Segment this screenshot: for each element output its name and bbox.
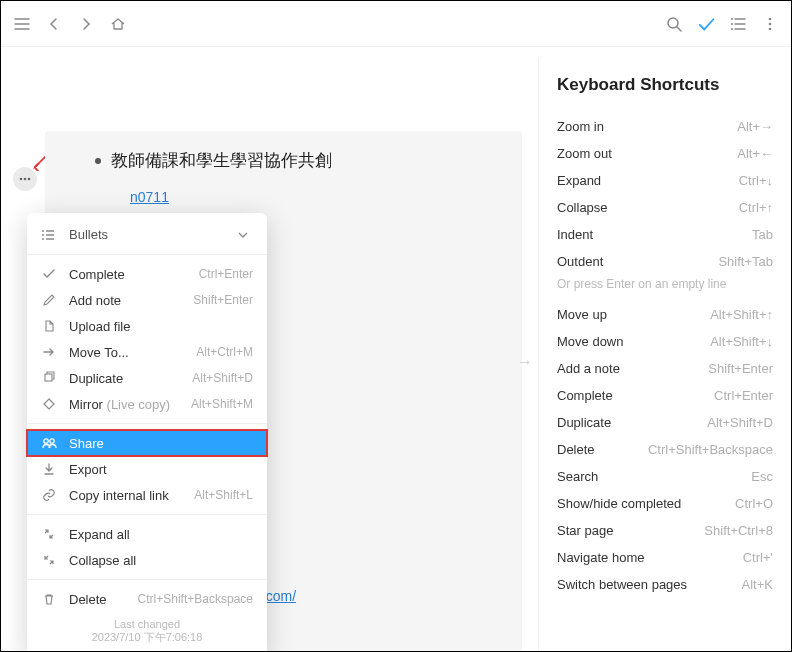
shortcut-name: Expand xyxy=(557,173,601,188)
trash-icon xyxy=(41,591,57,607)
menu-label: Complete xyxy=(69,267,187,282)
menu-label: Add note xyxy=(69,293,181,308)
shortcut-name: Zoom in xyxy=(557,119,604,134)
list-item-text: n0711 xyxy=(130,184,169,211)
panel-collapse-icon[interactable]: → xyxy=(517,353,533,371)
menu-shortcut: Alt+Shift+M xyxy=(191,397,253,411)
svg-point-1 xyxy=(731,18,733,20)
menu-mirror[interactable]: Mirror (Live copy)Alt+Shift+M xyxy=(27,391,267,417)
context-menu: Bullets CompleteCtrl+EnterAdd noteShift+… xyxy=(27,213,267,651)
svg-point-13 xyxy=(42,238,44,240)
shortcut-row: Add a noteShift+Enter xyxy=(557,355,773,382)
shortcut-row: Star pageShift+Ctrl+8 xyxy=(557,517,773,544)
svg-point-3 xyxy=(731,28,733,30)
shortcut-key: Tab xyxy=(752,227,773,242)
menu-icon[interactable] xyxy=(13,15,31,33)
svg-point-4 xyxy=(769,17,772,20)
menu-collapse-all[interactable]: Collapse all xyxy=(27,547,267,573)
menu-collapseall-label: Collapse all xyxy=(69,553,253,568)
file-icon xyxy=(41,318,57,334)
bullets-icon xyxy=(41,228,57,242)
menu-delete[interactable]: Delete Ctrl+Shift+Backspace xyxy=(27,586,267,612)
collapse-icon xyxy=(41,552,57,568)
menu-copylink-shortcut: Alt+Shift+L xyxy=(194,488,253,502)
shortcut-name: Zoom out xyxy=(557,146,612,161)
kebab-icon[interactable] xyxy=(761,15,779,33)
menu-shortcut: Alt+Ctrl+M xyxy=(196,345,253,359)
svg-point-5 xyxy=(769,22,772,25)
shortcut-name: Navigate home xyxy=(557,550,644,565)
menu-moveto[interactable]: Move To...Alt+Ctrl+M xyxy=(27,339,267,365)
menu-addnote[interactable]: Add noteShift+Enter xyxy=(27,287,267,313)
shortcut-key: Alt+← xyxy=(737,146,773,161)
svg-point-15 xyxy=(44,439,48,443)
shortcut-name: Add a note xyxy=(557,361,620,376)
menu-share[interactable]: Share xyxy=(27,430,267,456)
menu-expand-all[interactable]: Expand all xyxy=(27,521,267,547)
shortcut-key: Shift+Enter xyxy=(708,361,773,376)
svg-marker-10 xyxy=(33,164,38,169)
shortcut-key: Ctrl+Shift+Backspace xyxy=(648,442,773,457)
shortcut-row: Navigate homeCtrl+' xyxy=(557,544,773,571)
shortcut-row: IndentTab xyxy=(557,221,773,248)
svg-point-9 xyxy=(28,178,31,181)
menu-duplicate[interactable]: DuplicateAlt+Shift+D xyxy=(27,365,267,391)
main-content: 教師備課和學生學習協作共創 n0711網路協作+可共享作筆記.com/算表/簡報… xyxy=(1,47,538,651)
shortcut-key: Alt+→ xyxy=(737,119,773,134)
shortcut-name: Star page xyxy=(557,523,613,538)
shortcut-key: Ctrl+↓ xyxy=(739,173,773,188)
menu-upload[interactable]: Upload file xyxy=(27,313,267,339)
home-icon[interactable] xyxy=(109,15,127,33)
svg-point-8 xyxy=(24,178,27,181)
menu-copylink-label: Copy internal link xyxy=(69,488,182,503)
shortcut-row: OutdentShift+Tab xyxy=(557,248,773,275)
shortcut-key: Shift+Tab xyxy=(718,254,773,269)
shortcut-key: Shift+Ctrl+8 xyxy=(704,523,773,538)
svg-point-12 xyxy=(42,234,44,236)
shortcut-name: Delete xyxy=(557,442,595,457)
meta-time: 2023/7/10 下午7:06:18 xyxy=(27,630,267,645)
menu-label: Mirror (Live copy) xyxy=(69,397,179,412)
menu-export-label: Export xyxy=(69,462,253,477)
shortcut-row: Switch between pagesAlt+K xyxy=(557,571,773,598)
back-icon[interactable] xyxy=(45,15,63,33)
search-icon[interactable] xyxy=(665,15,683,33)
check-icon[interactable] xyxy=(697,15,715,33)
shortcut-row: SearchEsc xyxy=(557,463,773,490)
svg-rect-14 xyxy=(45,374,52,381)
list-item[interactable]: n0711 xyxy=(115,184,498,211)
check-icon xyxy=(41,266,57,282)
shortcut-row: DuplicateAlt+Shift+D xyxy=(557,409,773,436)
list-icon[interactable] xyxy=(729,15,747,33)
bullet-icon xyxy=(95,158,101,164)
separator xyxy=(27,579,267,580)
shortcut-key: Alt+Shift+↑ xyxy=(710,307,773,322)
more-button[interactable] xyxy=(13,167,37,191)
menu-shortcut: Ctrl+Enter xyxy=(199,267,253,281)
shortcut-name: Move up xyxy=(557,307,607,322)
shortcut-name: Switch between pages xyxy=(557,577,687,592)
shortcut-row: DeleteCtrl+Shift+Backspace xyxy=(557,436,773,463)
svg-point-7 xyxy=(20,178,23,181)
shortcut-key: Alt+Shift+↓ xyxy=(710,334,773,349)
svg-point-2 xyxy=(731,23,733,25)
menu-complete[interactable]: CompleteCtrl+Enter xyxy=(27,261,267,287)
bullet-style-selector[interactable]: Bullets xyxy=(27,221,267,248)
menu-delete-label: Delete xyxy=(69,592,126,607)
separator xyxy=(27,514,267,515)
document-title-row[interactable]: 教師備課和學生學習協作共創 xyxy=(95,149,498,172)
shortcut-key: Esc xyxy=(751,469,773,484)
bullets-label: Bullets xyxy=(69,227,108,242)
shortcut-key: Ctrl+↑ xyxy=(739,200,773,215)
shortcut-row: Move downAlt+Shift+↓ xyxy=(557,328,773,355)
menu-label: Move To... xyxy=(69,345,184,360)
separator xyxy=(27,423,267,424)
shortcut-key: Ctrl+' xyxy=(743,550,773,565)
shortcut-name: Move down xyxy=(557,334,623,349)
pencil-icon xyxy=(41,292,57,308)
forward-icon[interactable] xyxy=(77,15,95,33)
menu-copy-link[interactable]: Copy internal link Alt+Shift+L xyxy=(27,482,267,508)
menu-export[interactable]: Export xyxy=(27,456,267,482)
shortcut-row: ExpandCtrl+↓ xyxy=(557,167,773,194)
shortcuts-hint: Or press Enter on an empty line xyxy=(557,277,773,291)
